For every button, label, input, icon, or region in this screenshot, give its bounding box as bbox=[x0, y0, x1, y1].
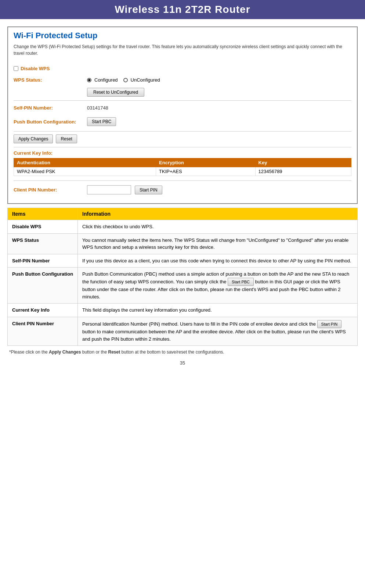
footer-note-text: *Please click on the bbox=[9, 349, 49, 355]
info-client-pin-part1: Personal Identification Number (PIN) met… bbox=[82, 321, 317, 327]
unconfigured-radio-dot bbox=[123, 78, 128, 82]
client-pin-label: Client PIN Number: bbox=[14, 187, 87, 193]
info-current-key: This field displays the current key info… bbox=[78, 304, 358, 317]
wps-status-radio-group: Configured UnConfigured bbox=[87, 77, 160, 83]
wps-description: Change the WPS (Wi-Fi Protected Setup) s… bbox=[14, 43, 351, 57]
configured-label: Configured bbox=[94, 77, 118, 83]
item-disable-wps: Disable WPS bbox=[8, 220, 78, 234]
info-table: Items Information Disable WPS Click this… bbox=[7, 208, 358, 346]
footer-note: *Please click on the Apply Changes butto… bbox=[7, 349, 358, 355]
reset-button[interactable]: Reset bbox=[56, 135, 77, 143]
item-self-pin: Self-PIN Number bbox=[8, 254, 78, 268]
footer-note-end: button at the bottom to save/reset the c… bbox=[120, 349, 224, 355]
key-table-auth-header: Authentication bbox=[14, 158, 156, 167]
client-pin-input[interactable] bbox=[87, 185, 131, 194]
table-row: Client PIN Number Personal Identificatio… bbox=[8, 317, 358, 346]
wps-status-label: WPS Status: bbox=[14, 77, 87, 83]
disable-wps-checkbox[interactable] bbox=[14, 66, 18, 71]
disable-wps-row: Disable WPS bbox=[14, 66, 351, 71]
table-row: Self-PIN Number If you use this device a… bbox=[8, 254, 358, 268]
key-table-auth-value: WPA2-Mixed PSK bbox=[14, 167, 156, 176]
start-pin-button[interactable]: Start PIN bbox=[135, 186, 162, 194]
item-client-pin: Client PIN Number bbox=[8, 317, 78, 346]
item-wps-status: WPS Status bbox=[8, 233, 78, 254]
configured-option[interactable]: Configured bbox=[87, 77, 118, 83]
wps-panel: Wi-Fi Protected Setup Change the WPS (Wi… bbox=[7, 26, 358, 204]
info-client-pin-part2: button to make communication between the… bbox=[82, 329, 346, 342]
configured-radio-dot bbox=[87, 78, 91, 82]
info-table-info-header: Information bbox=[78, 208, 358, 220]
self-pin-row: Self-PIN Number: 03141748 bbox=[14, 104, 351, 112]
key-table-enc-value: TKIP+AES bbox=[156, 167, 255, 176]
key-table-key-value: 123456789 bbox=[255, 167, 351, 176]
key-table-enc-header: Encryption bbox=[156, 158, 255, 167]
key-table: Authentication Encryption Key WPA2-Mixed… bbox=[14, 158, 351, 176]
start-pbc-button[interactable]: Start PBC bbox=[87, 117, 116, 126]
info-push-button: Push Button Communication (PBC) method u… bbox=[78, 268, 358, 304]
action-buttons-row: Apply Changes Reset bbox=[14, 135, 351, 143]
table-row: Current Key Info This field displays the… bbox=[8, 304, 358, 317]
reset-unconfigured-button[interactable]: Reset to UnConfigured bbox=[87, 88, 144, 97]
unconfigured-option[interactable]: UnConfigured bbox=[123, 77, 160, 83]
table-row: WPS Status You cannot manually select th… bbox=[8, 233, 358, 254]
key-table-row: WPA2-Mixed PSK TKIP+AES 123456789 bbox=[14, 167, 351, 176]
footer-apply-changes: Apply Changes bbox=[49, 349, 81, 355]
info-self-pin: If you use this device as a client, you … bbox=[78, 254, 358, 268]
divider-3 bbox=[14, 147, 351, 147]
unconfigured-label: UnConfigured bbox=[131, 77, 160, 83]
push-button-label: Push Button Configuration: bbox=[14, 119, 87, 125]
apply-changes-button[interactable]: Apply Changes bbox=[14, 135, 53, 143]
push-button-row: Push Button Configuration: Start PBC bbox=[14, 116, 351, 128]
client-pin-row: Client PIN Number: Start PIN bbox=[14, 184, 351, 196]
item-current-key: Current Key Info bbox=[8, 304, 78, 317]
self-pin-label: Self-PIN Number: bbox=[14, 105, 87, 111]
inline-start-pin: Start PIN bbox=[317, 320, 342, 329]
item-push-button: Push Button Configuration bbox=[8, 268, 78, 304]
footer-note-middle: button or the bbox=[81, 349, 108, 355]
info-table-items-header: Items bbox=[8, 208, 78, 220]
info-wps-status: You cannot manually select the items her… bbox=[78, 233, 358, 254]
footer-reset: Reset bbox=[108, 349, 120, 355]
table-row: Disable WPS Click this checkbox to undo … bbox=[8, 220, 358, 234]
page-title: Wireless 11n 2T2R Router bbox=[0, 0, 365, 19]
disable-wps-label[interactable]: Disable WPS bbox=[21, 66, 50, 71]
page-number: 35 bbox=[7, 360, 358, 366]
info-disable-wps: Click this checkbox to undo WPS. bbox=[78, 220, 358, 234]
info-client-pin: Personal Identification Number (PIN) met… bbox=[78, 317, 358, 346]
divider-1 bbox=[14, 100, 351, 101]
key-table-key-header: Key bbox=[255, 158, 351, 167]
client-pin-input-group: Start PIN bbox=[87, 185, 162, 194]
divider-2 bbox=[14, 131, 351, 132]
wps-status-row: WPS Status: Configured UnConfigured bbox=[14, 76, 351, 84]
inline-start-pbc: Start PBC bbox=[228, 278, 254, 286]
current-key-label: Current Key Info: bbox=[14, 150, 351, 156]
divider-4 bbox=[14, 180, 351, 181]
current-key-section: Current Key Info: Authentication Encrypt… bbox=[14, 150, 351, 176]
self-pin-value: 03141748 bbox=[87, 105, 108, 111]
wps-panel-title: Wi-Fi Protected Setup bbox=[14, 31, 351, 40]
table-row: Push Button Configuration Push Button Co… bbox=[8, 268, 358, 304]
